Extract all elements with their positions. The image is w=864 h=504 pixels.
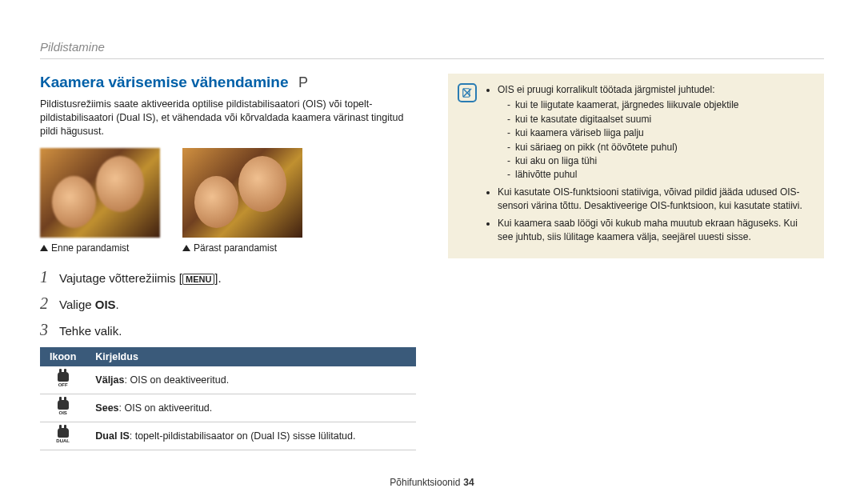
note-sub-item: kui te liigutate kaamerat, järgnedes lii…	[507, 98, 813, 112]
step-3: 3 Tehke valik.	[40, 321, 416, 339]
option-description: Sees: OIS on aktiveeritud.	[86, 394, 416, 422]
note-icon	[458, 83, 477, 102]
photo-before	[40, 148, 160, 238]
th-icon: Ikoon	[40, 347, 86, 366]
option-description: Väljas: OIS on deaktiveeritud.	[86, 366, 416, 394]
note-bullet-1: OIS ei pruugi korralikult töötada järgmi…	[498, 83, 813, 182]
note-box: OIS ei pruugi korralikult töötada järgmi…	[448, 74, 824, 258]
triangle-up-icon	[40, 245, 48, 251]
footer: Põhifunktsioonid34	[40, 467, 824, 488]
table-row: OISSees: OIS on aktiveeritud.	[40, 394, 416, 422]
photo-after	[182, 148, 302, 238]
ois-mode-icon: DUAL	[40, 422, 86, 450]
step-2: 2 Valige OIS.	[40, 294, 416, 313]
note-bullet-3: Kui kaamera saab löögi või kukub maha mu…	[498, 217, 813, 245]
menu-button-label: MENU	[182, 274, 214, 285]
caption-after: Pärast parandamist	[182, 242, 302, 254]
mode-indicator: P	[298, 74, 308, 90]
table-row: DUALDual IS: topelt-pildistabilisaator o…	[40, 422, 416, 450]
table-row: OFFVäljas: OIS on deaktiveeritud.	[40, 366, 416, 394]
step-1: 1 Vajutage võtterežiimis [MENU].	[40, 268, 416, 286]
note-bullet-2: Kui kasutate OIS-funktsiooni statiiviga,…	[498, 186, 813, 214]
triangle-up-icon	[182, 245, 190, 251]
note-sub-item: kui kaamera väriseb liiga palju	[507, 126, 813, 140]
section-heading: Kaamera värisemise vähendamine	[40, 74, 289, 90]
intro-paragraph: Pildistusrežiimis saate aktiveerida opti…	[40, 98, 416, 138]
note-sub-item: lähivõtte puhul	[507, 168, 813, 182]
th-desc: Kirjeldus	[86, 347, 416, 366]
note-sub-item: kui säriaeg on pikk (nt öövõtete puhul)	[507, 141, 813, 154]
note-sub-item: kui te kasutate digitaalset suumi	[507, 113, 813, 126]
note-sub-item: kui aku on liiga tühi	[507, 154, 813, 168]
heading-row: Kaamera värisemise vähendamine P	[40, 74, 416, 91]
steps-list: 1 Vajutage võtterežiimis [MENU]. 2 Valig…	[40, 268, 416, 339]
caption-before: Enne parandamist	[40, 242, 160, 254]
example-photos: Enne parandamist Pärast parandamist	[40, 148, 416, 254]
ois-mode-icon: OIS	[40, 394, 86, 422]
divider	[40, 58, 824, 59]
ois-mode-icon: OFF	[40, 366, 86, 394]
option-description: Dual IS: topelt-pildistabilisaator on (D…	[86, 422, 416, 450]
breadcrumb: Pildistamine	[40, 40, 824, 54]
options-table: Ikoon Kirjeldus OFFVäljas: OIS on deakti…	[40, 347, 416, 450]
